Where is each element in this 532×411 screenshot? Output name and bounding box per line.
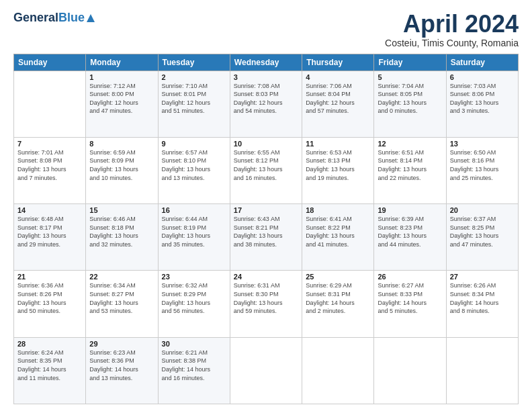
day-number: 22 [89, 273, 154, 281]
day-info-line: Sunrise: 6:26 AM [450, 281, 515, 290]
day-info-line: Sunset: 8:30 PM [234, 290, 298, 299]
calendar-table: SundayMondayTuesdayWednesdayThursdayFrid… [13, 54, 519, 404]
day-info-line: Sunset: 8:21 PM [234, 224, 298, 232]
day-number: 19 [378, 206, 442, 214]
day-number: 26 [378, 273, 442, 281]
day-info-line: Daylight: 13 hours [162, 299, 226, 308]
week-row-2: 7Sunrise: 7:01 AMSunset: 8:08 PMDaylight… [14, 137, 519, 203]
day-info-line: and 44 minutes. [378, 240, 442, 249]
day-info-line: Sunset: 8:29 PM [162, 290, 226, 299]
day-info-line: Daylight: 13 hours [306, 232, 370, 240]
day-info-line: Sunset: 8:38 PM [162, 357, 226, 365]
day-info-line: Sunrise: 7:03 AM [450, 82, 515, 91]
day-info-line: and 8 minutes. [450, 307, 515, 316]
day-number: 7 [17, 140, 82, 148]
day-info-line: Sunrise: 6:39 AM [378, 215, 442, 224]
day-info-line: and 51 minutes. [162, 107, 226, 116]
day-cell: 23Sunrise: 6:32 AMSunset: 8:29 PMDayligh… [158, 271, 230, 337]
day-info-line: Sunset: 8:04 PM [306, 90, 370, 99]
day-info-line: Sunset: 8:13 PM [306, 156, 370, 165]
day-info-line: and 32 minutes. [89, 240, 154, 249]
day-info-line: Sunset: 8:23 PM [378, 224, 442, 232]
day-number: 4 [306, 73, 370, 81]
day-number: 2 [162, 73, 226, 81]
week-row-1: 1Sunrise: 7:12 AMSunset: 8:00 PMDaylight… [14, 71, 519, 137]
day-cell: 13Sunrise: 6:50 AMSunset: 8:16 PMDayligh… [446, 137, 518, 203]
day-info-line: Sunrise: 6:27 AM [378, 281, 442, 290]
day-info-line: and 25 minutes. [450, 174, 515, 183]
day-info-line: Sunrise: 6:43 AM [234, 215, 298, 224]
day-cell: 1Sunrise: 7:12 AMSunset: 8:00 PMDaylight… [86, 71, 158, 137]
day-number: 18 [306, 206, 370, 214]
day-info-line: and 56 minutes. [162, 307, 226, 316]
day-cell: 21Sunrise: 6:36 AMSunset: 8:26 PMDayligh… [14, 271, 86, 337]
day-cell [14, 71, 86, 137]
day-info-line: Sunrise: 6:32 AM [162, 281, 226, 290]
day-info-line: and 16 minutes. [162, 374, 226, 383]
day-cell: 17Sunrise: 6:43 AMSunset: 8:21 PMDayligh… [230, 204, 302, 271]
day-info-line: Daylight: 12 hours [306, 99, 370, 107]
day-info-line: Sunset: 8:34 PM [450, 290, 515, 299]
day-cell: 30Sunrise: 6:21 AMSunset: 8:38 PMDayligh… [158, 337, 230, 404]
day-info-line: Daylight: 12 hours [89, 99, 154, 107]
day-cell: 7Sunrise: 7:01 AMSunset: 8:08 PMDaylight… [14, 137, 86, 203]
day-info-line: Sunrise: 6:57 AM [162, 148, 226, 157]
day-info-line: and 54 minutes. [234, 107, 298, 116]
day-info-line: Daylight: 12 hours [234, 99, 298, 107]
day-info-line: Sunrise: 6:44 AM [162, 215, 226, 224]
weekday-header-thursday: Thursday [302, 54, 374, 71]
location-title: Costeiu, Timis County, Romania [385, 38, 519, 48]
day-number: 20 [450, 206, 515, 214]
day-info-line: and 47 minutes. [89, 107, 154, 116]
day-info-line: Sunrise: 6:41 AM [306, 215, 370, 224]
day-cell [374, 337, 446, 404]
day-info-line: Sunrise: 6:36 AM [17, 281, 82, 290]
day-number: 28 [17, 340, 82, 348]
day-cell: 5Sunrise: 7:04 AMSunset: 8:05 PMDaylight… [374, 71, 446, 137]
day-info-line: Sunrise: 7:01 AM [17, 148, 82, 157]
day-info-line: Daylight: 13 hours [234, 165, 298, 174]
day-info-line: and 35 minutes. [162, 240, 226, 249]
day-info-line: and 2 minutes. [306, 307, 370, 316]
day-info-line: Sunrise: 6:29 AM [306, 281, 370, 290]
day-number: 25 [306, 273, 370, 281]
week-row-4: 21Sunrise: 6:36 AMSunset: 8:26 PMDayligh… [14, 271, 519, 337]
day-number: 13 [450, 140, 515, 148]
day-info-line: Sunrise: 6:24 AM [17, 349, 82, 357]
weekday-header-friday: Friday [374, 54, 446, 71]
day-info-line: and 10 minutes. [89, 174, 154, 183]
day-cell: 20Sunrise: 6:37 AMSunset: 8:25 PMDayligh… [446, 204, 518, 271]
day-info-line: Sunrise: 6:34 AM [89, 281, 154, 290]
day-info-line: Daylight: 13 hours [450, 165, 515, 174]
day-number: 30 [162, 340, 226, 348]
day-number: 14 [17, 206, 82, 214]
week-row-5: 28Sunrise: 6:24 AMSunset: 8:35 PMDayligh… [14, 337, 519, 404]
day-info-line: Sunset: 8:09 PM [89, 156, 154, 165]
day-number: 15 [89, 206, 154, 214]
day-info-line: Daylight: 14 hours [17, 365, 82, 374]
day-info-line: Sunrise: 6:21 AM [162, 349, 226, 357]
day-info-line: Sunset: 8:06 PM [450, 90, 515, 99]
day-info-line: Sunset: 8:16 PM [450, 156, 515, 165]
day-cell: 12Sunrise: 6:51 AMSunset: 8:14 PMDayligh… [374, 137, 446, 203]
day-info-line: and 13 minutes. [162, 174, 226, 183]
day-info-line: Sunset: 8:14 PM [378, 156, 442, 165]
day-info-line: Sunset: 8:05 PM [378, 90, 442, 99]
day-number: 3 [234, 73, 298, 81]
day-cell: 18Sunrise: 6:41 AMSunset: 8:22 PMDayligh… [302, 204, 374, 271]
week-row-3: 14Sunrise: 6:48 AMSunset: 8:17 PMDayligh… [14, 204, 519, 271]
day-info-line: Sunrise: 7:08 AM [234, 82, 298, 91]
day-info-line: and 50 minutes. [17, 307, 82, 316]
logo-general: GeneralBlue [13, 11, 85, 25]
day-info-line: Sunrise: 6:31 AM [234, 281, 298, 290]
day-info-line: Sunset: 8:26 PM [17, 290, 82, 299]
day-info-line: Sunset: 8:35 PM [17, 357, 82, 365]
day-cell: 27Sunrise: 6:26 AMSunset: 8:34 PMDayligh… [446, 271, 518, 337]
day-number: 17 [234, 206, 298, 214]
day-number: 24 [234, 273, 298, 281]
day-info-line: Daylight: 14 hours [306, 299, 370, 308]
day-info-line: Daylight: 13 hours [306, 165, 370, 174]
logo: GeneralBlue [13, 11, 95, 25]
day-cell: 8Sunrise: 6:59 AMSunset: 8:09 PMDaylight… [86, 137, 158, 203]
day-cell: 16Sunrise: 6:44 AMSunset: 8:19 PMDayligh… [158, 204, 230, 271]
